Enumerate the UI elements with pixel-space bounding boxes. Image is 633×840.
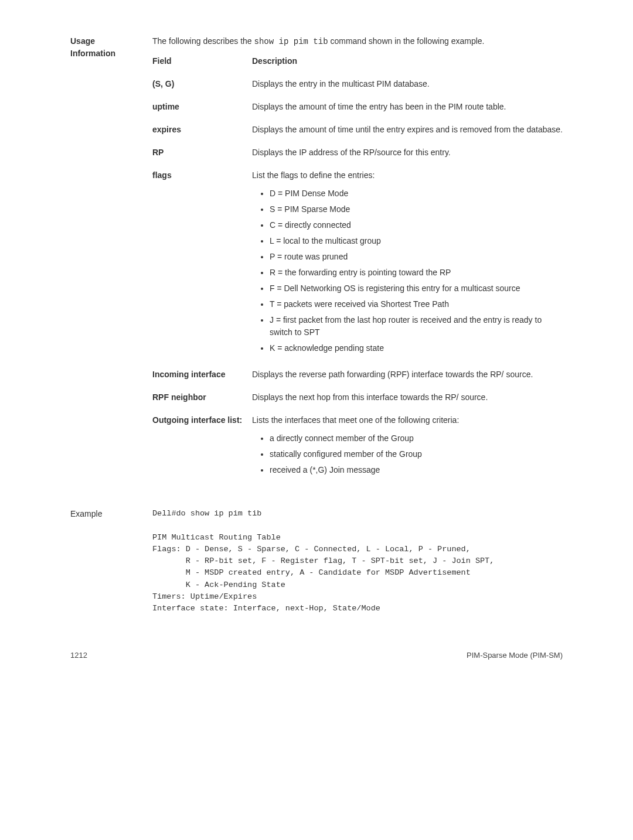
flag-item: P = route was pruned (270, 251, 563, 263)
incoming-row: Incoming interface Displays the reverse … (152, 368, 563, 381)
example-section: Example Dell#do show ip pim tib PIM Mult… (70, 508, 563, 614)
page-number: 1212 (70, 650, 87, 661)
flags-intro: List the flags to define the entries: (252, 170, 375, 180)
outgoing-item: received a (*,G) Join message (270, 464, 563, 476)
outgoing-item: a directly connect member of the Group (270, 432, 563, 445)
example-side-label: Example (70, 508, 152, 520)
field-row: uptime Displays the amount of time the e… (152, 101, 563, 113)
page-footer: 1212 PIM-Sparse Mode (PIM-SM) (70, 650, 563, 661)
example-code-block: Dell#do show ip pim tib PIM Multicast Ro… (152, 508, 563, 614)
header-desc: Description (252, 55, 563, 67)
intro-prefix: The following describes the (152, 36, 254, 46)
field-row: RP Displays the IP address of the RP/sou… (152, 146, 563, 159)
intro-suffix: command shown in the following example. (328, 36, 485, 46)
field-table: Field Description (S, G) Displays the en… (152, 55, 563, 480)
field-header-row: Field Description (152, 55, 563, 67)
field-desc: Displays the IP address of the RP/source… (252, 146, 563, 159)
flags-desc-block: List the flags to define the entries: D … (252, 169, 563, 358)
flag-item: T = packets were received via Shortest T… (270, 298, 563, 310)
outgoing-desc-block: Lists the interfaces that meet one of th… (252, 414, 563, 480)
outgoing-list: a directly connect member of the Group s… (252, 432, 563, 476)
field-desc: Displays the amount of time until the en… (252, 124, 563, 136)
intro-code: show ip pim tib (254, 37, 328, 46)
footer-title: PIM-Sparse Mode (PIM-SM) (467, 650, 563, 661)
outgoing-row: Outgoing interface list: Lists the inter… (152, 414, 563, 480)
field-name: RP (152, 146, 252, 159)
incoming-desc: Displays the reverse path forwarding (RP… (252, 368, 563, 381)
usage-label-line1: Usage (70, 36, 95, 46)
header-field: Field (152, 55, 252, 67)
flag-item: D = PIM Dense Mode (270, 187, 563, 200)
usage-information-section: Usage Information The following describe… (70, 35, 563, 490)
flag-item: R = the forwarding entry is pointing tow… (270, 267, 563, 279)
outgoing-intro: Lists the interfaces that meet one of th… (252, 415, 459, 425)
usage-main: The following describes the show ip pim … (152, 35, 563, 490)
usage-label-line2: Information (70, 49, 115, 58)
rpf-desc: Displays the next hop from this interfac… (252, 391, 563, 404)
field-row: (S, G) Displays the entry in the multica… (152, 78, 563, 90)
flag-item: L = local to the multicast group (270, 235, 563, 247)
flags-list: D = PIM Dense Mode S = PIM Sparse Mode C… (252, 187, 563, 354)
field-name: uptime (152, 101, 252, 113)
outgoing-label: Outgoing interface list: (152, 414, 252, 426)
incoming-label: Incoming interface (152, 368, 252, 381)
usage-side-label: Usage Information (70, 35, 152, 60)
field-desc: Displays the amount of time the entry ha… (252, 101, 563, 113)
field-name: (S, G) (152, 78, 252, 90)
flags-label: flags (152, 169, 252, 182)
usage-intro: The following describes the show ip pim … (152, 35, 563, 48)
flags-row: flags List the flags to define the entri… (152, 169, 563, 358)
outgoing-item: statically configured member of the Grou… (270, 448, 563, 460)
rpf-row: RPF neighbor Displays the next hop from … (152, 391, 563, 404)
flag-item: S = PIM Sparse Mode (270, 203, 563, 216)
field-name: expires (152, 124, 252, 136)
field-row: expires Displays the amount of time unti… (152, 124, 563, 136)
field-desc: Displays the entry in the multicast PIM … (252, 78, 563, 90)
flag-item: K = acknowledge pending state (270, 342, 563, 354)
flag-item: C = directly connected (270, 219, 563, 231)
flag-item: F = Dell Networking OS is registering th… (270, 282, 563, 295)
flag-item: J = first packet from the last hop route… (270, 314, 563, 339)
rpf-label: RPF neighbor (152, 391, 252, 404)
